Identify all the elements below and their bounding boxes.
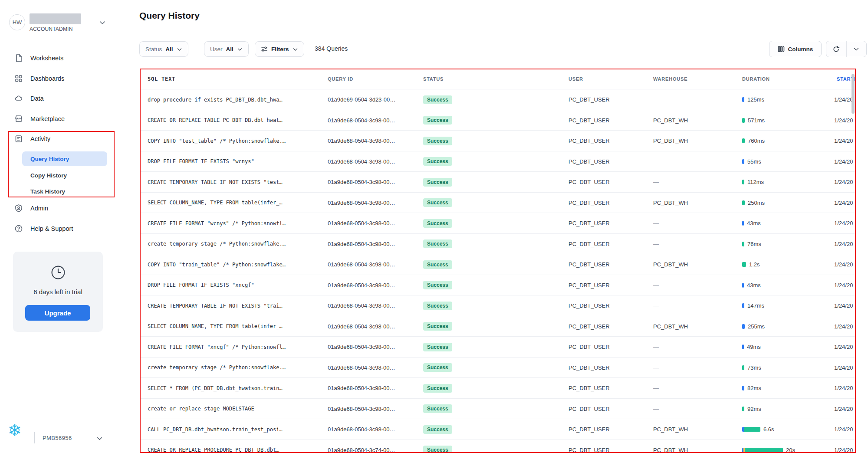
sidebar-item-admin[interactable]: Admin: [14, 203, 48, 214]
duration-bar: [742, 427, 760, 432]
sidebar-item-activity[interactable]: Activity: [14, 133, 50, 144]
table-row[interactable]: create temporary stage /* Python:snowfla…: [140, 234, 856, 255]
account-id: PMB56956: [43, 435, 72, 441]
table-row[interactable]: CREATE OR REPLACE PROCEDURE PC_DBT_DB.db…: [140, 440, 856, 453]
refresh-options-chevron[interactable]: [847, 41, 867, 57]
duration-value: 147ms: [747, 302, 764, 309]
account-switcher-chevron-down-icon[interactable]: [96, 435, 103, 443]
duration-bar: [742, 283, 744, 288]
table-row[interactable]: CALL PC_DBT_DB.dbt_hwatson.train_test_po…: [140, 419, 856, 440]
query-id-cell[interactable]: 01a9de68-0504-3c98-00…: [328, 193, 419, 213]
sidebar-item-query-history[interactable]: Query History: [22, 151, 107, 166]
query-id-cell[interactable]: 01a9de68-0504-3c98-00…: [328, 399, 419, 420]
admin-icon: [14, 204, 23, 213]
user-filter[interactable]: User All: [204, 41, 249, 57]
query-id-cell[interactable]: 01a9de68-0504-3c98-00…: [328, 110, 419, 131]
columns-button[interactable]: Columns: [769, 41, 822, 57]
status-cell: Success: [423, 213, 510, 234]
start-time-cell: 1/24/20: [834, 151, 856, 172]
query-id-cell[interactable]: 01a9de68-0504-3c98-00…: [328, 378, 419, 399]
table-row[interactable]: drop procedure if exists PC_DBT_DB.dbt_h…: [140, 89, 856, 110]
start-time-cell: 1/24/20: [834, 316, 856, 337]
warehouse-cell: —: [653, 151, 731, 172]
query-id-cell[interactable]: 01a9de68-0504-3c98-00…: [328, 172, 419, 193]
query-id-cell[interactable]: 01a9de68-0504-3c98-00…: [328, 234, 419, 255]
warehouse-cell: PC_DBT_WH: [653, 131, 731, 151]
duration-cell: 82ms: [742, 378, 825, 399]
user-cell: PC_DBT_USER: [569, 151, 647, 172]
user-filter-label: User: [210, 46, 223, 52]
table-row[interactable]: SELECT COLUMN_NAME, TYPE FROM table(infe…: [140, 193, 856, 213]
vertical-scrollbar-thumb[interactable]: [852, 74, 855, 114]
table-row[interactable]: create or replace stage MODELSTAGE 01a9d…: [140, 399, 856, 420]
column-header-warehouse[interactable]: WAREHOUSE: [653, 69, 731, 89]
query-count: 384 Queries: [315, 45, 348, 52]
query-id-cell[interactable]: 01a9de68-0504-3c74-00…: [328, 440, 419, 453]
query-id-cell[interactable]: 01a9de68-0504-3c98-00…: [328, 275, 419, 296]
query-id-cell[interactable]: 01a9de69-0504-3d23-00…: [328, 89, 419, 110]
sql-text-cell: create temporary stage /* Python:snowfla…: [148, 358, 323, 378]
sidebar-item-worksheets[interactable]: Worksheets: [14, 52, 63, 64]
duration-cell: 49ms: [742, 337, 825, 358]
upgrade-button[interactable]: Upgrade: [25, 305, 90, 321]
trial-message: 6 days left in trial: [13, 288, 103, 295]
query-id-cell[interactable]: 01a9de68-0504-3c98-00…: [328, 254, 419, 275]
table-row[interactable]: create temporary stage /* Python:snowfla…: [140, 358, 856, 378]
table-row[interactable]: COPY INTO "test_table" /* Python:snowfla…: [140, 131, 856, 151]
column-header-user[interactable]: USER: [569, 69, 647, 89]
query-id-cell[interactable]: 01a9de68-0504-3c98-00…: [328, 151, 419, 172]
query-id-cell[interactable]: 01a9de68-0504-3c98-00…: [328, 131, 419, 151]
duration-value: 250ms: [748, 200, 765, 206]
column-header-status[interactable]: STATUS: [423, 69, 510, 89]
table-row[interactable]: CREATE FILE FORMAT "xncgf" /* Python:sno…: [140, 337, 856, 358]
warehouse-cell: —: [653, 358, 731, 378]
warehouse-cell: —: [653, 89, 731, 110]
warehouse-cell: —: [653, 275, 731, 296]
sql-text-cell: CREATE FILE FORMAT "xncgf" /* Python:sno…: [148, 337, 323, 358]
table-row[interactable]: CREATE FILE FORMAT "wcnys" /* Python:sno…: [140, 213, 856, 234]
refresh-button[interactable]: [826, 41, 846, 57]
sidebar-item-task-history[interactable]: Task History: [30, 187, 65, 196]
sidebar-item-help-support[interactable]: Help & Support: [14, 223, 73, 234]
table-row[interactable]: DROP FILE FORMAT IF EXISTS "xncgf" 01a9d…: [140, 275, 856, 296]
table-row[interactable]: COPY INTO "train_table" /* Python:snowfl…: [140, 254, 856, 275]
cloud-icon: [14, 94, 23, 103]
query-id-cell[interactable]: 01a9de68-0504-3c98-00…: [328, 419, 419, 440]
avatar[interactable]: HW: [9, 14, 25, 30]
query-history-table: SQL TEXT QUERY ID STATUS USER WAREHOUSE …: [140, 69, 856, 453]
table-row[interactable]: CREATE OR REPLACE TABLE PC_DBT_DB.dbt_hw…: [140, 110, 856, 131]
status-filter-label: Status: [145, 46, 162, 52]
column-header-duration[interactable]: DURATION: [742, 69, 825, 89]
columns-icon: [778, 46, 785, 52]
query-id-cell[interactable]: 01a9de68-0504-3c98-00…: [328, 337, 419, 358]
sidebar-item-dashboards[interactable]: Dashboards: [14, 73, 64, 84]
status-filter-value: All: [165, 46, 173, 52]
sidebar-item-copy-history[interactable]: Copy History: [30, 171, 67, 180]
table-row[interactable]: SELECT COLUMN_NAME, TYPE FROM table(infe…: [140, 316, 856, 337]
filters-button[interactable]: Filters: [255, 41, 304, 57]
start-time-cell: 1/24/20: [834, 193, 856, 213]
duration-cell: 6.6s: [742, 419, 825, 440]
sidebar-item-marketplace[interactable]: Marketplace: [14, 113, 65, 125]
status-cell: Success: [423, 358, 510, 378]
sidebar-item-label: Help & Support: [30, 225, 73, 232]
query-id-cell[interactable]: 01a9de68-0504-3c98-00…: [328, 358, 419, 378]
column-header-query-id[interactable]: QUERY ID: [328, 69, 419, 89]
table-row[interactable]: SELECT * FROM (PC_DBT_DB.dbt_hwatson.tra…: [140, 378, 856, 399]
status-filter[interactable]: Status All: [139, 41, 188, 57]
duration-cell: 43ms: [742, 213, 825, 234]
status-cell: Success: [423, 131, 510, 151]
table-row[interactable]: DROP FILE FORMAT IF EXISTS "wcnys" 01a9d…: [140, 151, 856, 172]
account-chevron-down-icon[interactable]: [99, 19, 106, 28]
table-row[interactable]: CREATE TEMPORARY TABLE IF NOT EXISTS "te…: [140, 172, 856, 193]
query-id-cell[interactable]: 01a9de68-0504-3c98-00…: [328, 213, 419, 234]
query-id-cell[interactable]: 01a9de68-0504-3c98-00…: [328, 316, 419, 337]
sidebar-item-data[interactable]: Data: [14, 93, 44, 104]
status-badge: Success: [423, 219, 452, 228]
snowflake-logo[interactable]: ❄: [8, 422, 22, 439]
table-row[interactable]: CREATE TEMPORARY TABLE IF NOT EXISTS "tr…: [140, 295, 856, 316]
status-cell: Success: [423, 275, 510, 296]
column-header-sql-text[interactable]: SQL TEXT: [148, 69, 323, 89]
sidebar-item-label: Worksheets: [30, 55, 63, 62]
query-id-cell[interactable]: 01a9de68-0504-3c98-00…: [328, 295, 419, 316]
